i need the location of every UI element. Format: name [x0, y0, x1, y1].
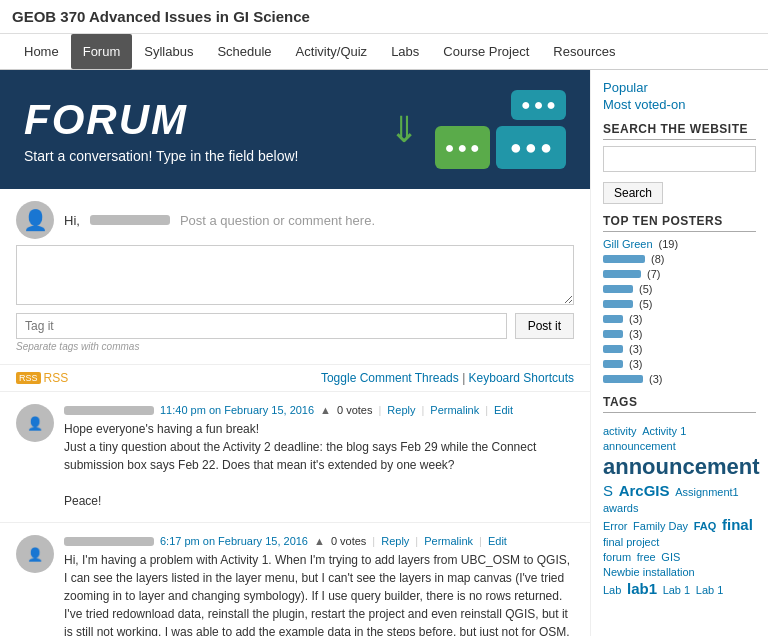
tag-arcgis[interactable]: ArcGIS: [619, 482, 670, 499]
rss-label: RSS: [44, 371, 69, 385]
post-text-1: Hope everyone's having a fun break! Just…: [64, 420, 574, 510]
sidebar-search-title: SEARCH THE WEBSITE: [603, 122, 756, 140]
forum-banner: FORUM Start a conversation! Type in the …: [0, 70, 590, 189]
edit-link-1[interactable]: Edit: [494, 404, 513, 416]
arrow-down-icon: ⇓: [389, 109, 419, 151]
tag-activity[interactable]: activity: [603, 425, 637, 437]
thread-controls: RSS RSS Toggle Comment Threads | Keyboar…: [0, 365, 590, 392]
tag-newbie[interactable]: Newbie installation: [603, 566, 695, 578]
sidebar-popular-link[interactable]: Popular: [603, 80, 756, 95]
sep-2b: |: [415, 535, 418, 547]
forum-heading: FORUM: [24, 96, 298, 144]
post-date-1[interactable]: 11:40 pm on February 15, 2016: [160, 404, 314, 416]
nav-syllabus[interactable]: Syllabus: [132, 34, 205, 69]
tag-assignment1[interactable]: Assignment1: [675, 486, 739, 498]
post-item-2: 👤 6:17 pm on February 15, 2016 ▲ 0 votes…: [0, 523, 590, 636]
nav-activity-quiz[interactable]: Activity/Quiz: [284, 34, 380, 69]
tag-gis[interactable]: GIS: [661, 551, 680, 563]
nav-resources[interactable]: Resources: [541, 34, 627, 69]
poster-bar-3: [603, 285, 633, 293]
nav-forum[interactable]: Forum: [71, 34, 133, 69]
sidebar: Popular Most voted-on SEARCH THE WEBSITE…: [590, 70, 768, 636]
vote-count-1: 0 votes: [337, 404, 372, 416]
post-text-2: Hi, I'm having a problem with Activity 1…: [64, 551, 574, 636]
tag-final[interactable]: final: [722, 516, 753, 533]
poster-bar-5: [603, 315, 623, 323]
post-meta-1: 11:40 pm on February 15, 2016 ▲ 0 votes …: [64, 404, 574, 416]
post-textarea[interactable]: [16, 245, 574, 305]
sep-1a: |: [378, 404, 381, 416]
vote-icon-2: ▲: [314, 535, 325, 547]
tag-forum[interactable]: forum: [603, 551, 631, 563]
post-avatar-1: 👤: [16, 404, 54, 442]
chat-bubble-1: ●●●: [511, 90, 566, 120]
vote-icon-1: ▲: [320, 404, 331, 416]
toggle-comment-threads-link[interactable]: Toggle Comment Threads: [321, 371, 459, 385]
post-form-header: 👤 Hi, Post a question or comment here.: [16, 201, 574, 239]
tag-s[interactable]: S: [603, 482, 613, 499]
post-body-2: 6:17 pm on February 15, 2016 ▲ 0 votes |…: [64, 535, 574, 636]
poster-row-1: (8): [603, 253, 756, 265]
tag-faq[interactable]: FAQ: [694, 520, 717, 532]
nav-home[interactable]: Home: [12, 34, 71, 69]
main-wrapper: FORUM Start a conversation! Type in the …: [0, 70, 768, 636]
tag-input[interactable]: [16, 313, 507, 339]
poster-bar-6: [603, 330, 623, 338]
nav-schedule[interactable]: Schedule: [205, 34, 283, 69]
forum-banner-text: FORUM Start a conversation! Type in the …: [24, 96, 298, 164]
post-date-2[interactable]: 6:17 pm on February 15, 2016: [160, 535, 308, 547]
user-avatar: 👤: [16, 201, 54, 239]
poster-bar-8: [603, 360, 623, 368]
post-avatar-icon-2: 👤: [27, 547, 43, 562]
tag-free[interactable]: free: [637, 551, 656, 563]
sep-2c: |: [479, 535, 482, 547]
user-name-blurred: [90, 215, 170, 225]
tag-awards[interactable]: awards: [603, 502, 638, 514]
poster-row-6: (3): [603, 328, 756, 340]
chat-bubble-2: ●●●: [435, 126, 490, 169]
keyboard-shortcuts-link[interactable]: Keyboard Shortcuts: [469, 371, 574, 385]
poster-count-1: (8): [651, 253, 664, 265]
post-form-footer: Post it: [16, 313, 574, 339]
tag-family-day[interactable]: Family Day: [633, 520, 688, 532]
banner-icons: ⇓ ●●● ●●● ●●●: [389, 90, 566, 169]
post-avatar-2: 👤: [16, 535, 54, 573]
poster-row-9: (3): [603, 373, 756, 385]
tag-announcement-small[interactable]: announcement: [603, 440, 676, 452]
tag-lab1[interactable]: lab1: [627, 580, 657, 597]
nav-course-project[interactable]: Course Project: [431, 34, 541, 69]
post-actions-2: ▲ 0 votes | Reply | Permalink | Edit: [314, 535, 507, 547]
poster-count-5: (3): [629, 313, 642, 325]
top-ten-title: TOP TEN POSTERS: [603, 214, 756, 232]
post-item-1: 👤 11:40 pm on February 15, 2016 ▲ 0 vote…: [0, 392, 590, 523]
sidebar-search-input[interactable]: [603, 146, 756, 172]
post-author-1: [64, 406, 154, 415]
post-avatar-icon-1: 👤: [27, 416, 43, 431]
reply-link-2[interactable]: Reply: [381, 535, 409, 547]
rss-link[interactable]: RSS RSS: [16, 371, 68, 385]
tag-announcement-large[interactable]: announcement: [603, 454, 759, 480]
tag-activity1[interactable]: Activity 1: [642, 425, 686, 437]
post-author-2: [64, 537, 154, 546]
reply-link-1[interactable]: Reply: [387, 404, 415, 416]
tag-hint: Separate tags with commas: [16, 341, 574, 352]
sidebar-most-voted-link[interactable]: Most voted-on: [603, 97, 756, 112]
tag-final-project[interactable]: final project: [603, 536, 659, 548]
person-icon: 👤: [23, 208, 48, 232]
poster-name-0[interactable]: Gill Green: [603, 238, 653, 250]
tag-lab1-2[interactable]: Lab 1: [663, 584, 691, 596]
edit-link-2[interactable]: Edit: [488, 535, 507, 547]
sidebar-search-button[interactable]: Search: [603, 182, 663, 204]
permalink-link-1[interactable]: Permalink: [430, 404, 479, 416]
permalink-link-2[interactable]: Permalink: [424, 535, 473, 547]
post-button[interactable]: Post it: [515, 313, 574, 339]
tag-lab1-3[interactable]: Lab 1: [696, 584, 724, 596]
forum-subtext: Start a conversation! Type in the field …: [24, 148, 298, 164]
poster-count-3: (5): [639, 283, 652, 295]
tag-lab[interactable]: Lab: [603, 584, 621, 596]
nav-labs[interactable]: Labs: [379, 34, 431, 69]
poster-row-3: (5): [603, 283, 756, 295]
poster-row-0: Gill Green (19): [603, 238, 756, 250]
post-meta-2: 6:17 pm on February 15, 2016 ▲ 0 votes |…: [64, 535, 574, 547]
tag-error[interactable]: Error: [603, 520, 627, 532]
